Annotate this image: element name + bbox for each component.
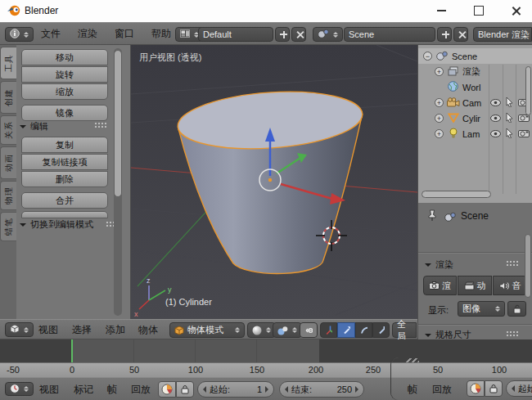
render-engine-dropdown[interactable]: Blender 渲染 <box>473 27 532 42</box>
start-frame-field[interactable]: 起始: <box>506 380 532 397</box>
mirror-button[interactable]: 镜像 <box>21 105 108 121</box>
panel-grip-icon[interactable] <box>95 123 97 124</box>
menu-window[interactable]: 窗口 <box>115 27 134 41</box>
render-audio-button[interactable]: 音 <box>493 276 527 295</box>
view3d-menu-add[interactable]: 添加 <box>106 322 125 336</box>
outliner-row-scene[interactable]: − Scene <box>418 48 532 64</box>
visibility-eye-icon[interactable] <box>490 114 501 124</box>
end-frame-field[interactable]: 结束: 250 <box>279 381 364 398</box>
join-button[interactable]: 合并 <box>21 192 108 209</box>
transform-orientation-dropdown[interactable]: 全局 <box>392 322 417 338</box>
expand-icon[interactable]: + <box>435 67 444 76</box>
decrement-icon[interactable] <box>203 386 206 393</box>
time-toggle-button[interactable] <box>158 381 176 398</box>
pin-icon[interactable] <box>426 209 437 225</box>
shelf-scrollbar-thumb[interactable] <box>114 50 122 197</box>
outliner-hscrollbar-thumb[interactable] <box>422 191 491 198</box>
add-layout-button[interactable] <box>275 27 290 42</box>
duplicate-linked-button[interactable]: 复制链接项 <box>21 154 108 170</box>
shelf-tab-grease-pencil[interactable]: 蜡笔 <box>0 212 16 241</box>
playhead-marker[interactable] <box>71 339 73 362</box>
increment-icon[interactable] <box>265 386 268 393</box>
timeline-menu-playback[interactable]: 回放 <box>131 382 151 396</box>
render-panel-header[interactable]: 渲染 <box>425 258 453 271</box>
shelf-tab-create[interactable]: 创建 <box>0 81 16 114</box>
minimize-button[interactable] <box>427 0 455 21</box>
lock-toggle-button[interactable] <box>485 380 503 397</box>
duplicate-button[interactable]: 复制 <box>21 137 108 153</box>
display-mode-dropdown[interactable]: 图像 <box>458 301 505 317</box>
selectability-cursor-icon[interactable] <box>505 128 513 140</box>
properties-scrollbar-thumb[interactable] <box>525 234 531 298</box>
viewport-3d[interactable]: zyx 用户视图 (透视) (1) Cylinder <box>131 45 417 319</box>
close-button[interactable] <box>503 0 530 21</box>
timeline-menu-frame[interactable]: 帧 <box>107 382 117 396</box>
pivot-point-dropdown[interactable] <box>273 322 302 338</box>
outliner-row-cylinder[interactable]: + Cylir <box>418 110 532 126</box>
menu-help[interactable]: 帮助 <box>151 27 171 41</box>
expand-icon[interactable]: + <box>435 114 444 123</box>
timeline-menu-marker[interactable]: 标记 <box>74 382 93 396</box>
edit-mode-section-header[interactable]: 切换到编辑模式 <box>20 218 93 231</box>
expand-icon[interactable]: + <box>435 129 444 138</box>
menu-file[interactable]: 文件 <box>41 27 61 41</box>
timeline2-ruler[interactable]: 50 100 <box>391 362 532 377</box>
decrement-icon[interactable] <box>512 385 515 392</box>
outliner-vscrollbar-thumb[interactable] <box>525 66 531 115</box>
delete-object-button[interactable]: 删除 <box>21 171 108 187</box>
render-image-button[interactable]: 渲 <box>423 276 457 295</box>
partial-button[interactable] <box>21 211 108 218</box>
delete-scene-button[interactable] <box>453 27 468 42</box>
screen-layout-dropdown[interactable]: Default <box>198 27 273 42</box>
selectability-cursor-icon[interactable] <box>505 97 513 109</box>
3d-scene[interactable]: zyx <box>131 45 417 319</box>
shelf-tab-tools[interactable]: 工具 <box>0 47 16 79</box>
view3d-menu-object[interactable]: 物体 <box>138 322 158 336</box>
increment-icon[interactable] <box>355 386 358 393</box>
editor-type-selector-3dview[interactable] <box>5 322 34 337</box>
outliner-row-lamp[interactable]: + Lam <box>418 126 532 142</box>
view3d-menu-view[interactable]: 视图 <box>38 322 58 336</box>
lock-interface-button[interactable] <box>507 301 526 317</box>
menu-render[interactable]: 渲染 <box>78 27 97 41</box>
outliner-row-world[interactable]: Worl <box>418 79 532 95</box>
manipulator-scale-button[interactable] <box>372 322 390 338</box>
rotate-button[interactable]: 旋转 <box>21 66 108 83</box>
timeline2-menu-frame[interactable]: 帧 <box>408 382 417 396</box>
editor-type-selector-info[interactable] <box>5 27 34 42</box>
manipulator-toggle-button[interactable] <box>300 322 318 338</box>
viewport-shading-dropdown[interactable] <box>247 322 276 338</box>
visibility-eye-icon[interactable] <box>490 98 501 108</box>
decrement-icon[interactable] <box>285 386 288 393</box>
scene-icon-button[interactable] <box>313 27 343 42</box>
edit-section-header[interactable]: 编辑 <box>20 120 48 133</box>
scene-dropdown[interactable]: Scene <box>344 27 435 42</box>
add-scene-button[interactable] <box>437 27 452 42</box>
render-animation-button[interactable]: 动 <box>458 276 492 295</box>
scale-button[interactable]: 缩放 <box>21 83 108 100</box>
editor-type-selector-timeline[interactable] <box>5 382 34 396</box>
outliner-row-camera[interactable]: + Cam <box>418 95 532 110</box>
expand-icon[interactable]: + <box>435 98 444 107</box>
maximize-button[interactable] <box>465 0 493 21</box>
delete-layout-button[interactable] <box>291 27 306 42</box>
collapse-icon[interactable]: − <box>423 52 432 61</box>
panel-grip-icon[interactable] <box>507 261 508 263</box>
translate-button[interactable]: 移动 <box>21 49 108 65</box>
manipulator-rotate-button[interactable] <box>355 322 372 338</box>
shelf-tab-physics[interactable]: 物理 <box>0 181 16 210</box>
start-frame-field[interactable]: 起始: 1 <box>197 381 274 398</box>
panel-grip-icon[interactable] <box>507 331 508 333</box>
renderability-camera-icon[interactable] <box>518 129 530 139</box>
visibility-eye-icon[interactable] <box>490 129 501 139</box>
outliner-row-renderlayers[interactable]: + 渲染 <box>418 64 532 79</box>
manipulator-axis-button[interactable] <box>320 322 337 338</box>
panel-grip-icon[interactable] <box>106 222 108 223</box>
timeline-menu-view[interactable]: 视图 <box>39 382 59 396</box>
shelf-tab-relations[interactable]: 关系 <box>0 115 16 145</box>
lock-toggle-button[interactable] <box>176 381 194 398</box>
interaction-mode-dropdown[interactable]: 物体模式 <box>169 322 245 338</box>
manipulator-translate-button[interactable] <box>337 322 355 338</box>
time-toggle-button[interactable] <box>467 380 485 397</box>
shelf-tab-animation[interactable]: 动画 <box>0 146 16 179</box>
